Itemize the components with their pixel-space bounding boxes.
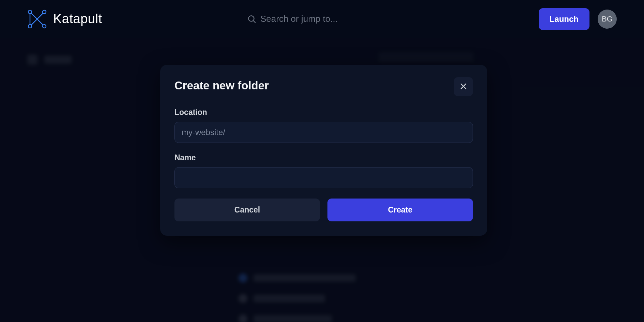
create-button[interactable]: Create <box>327 199 473 221</box>
brand-name: Katapult <box>53 12 102 26</box>
close-button[interactable] <box>454 77 473 96</box>
cancel-button[interactable]: Cancel <box>174 199 320 221</box>
header-actions: Launch BG <box>539 8 617 30</box>
global-search[interactable] <box>247 14 397 24</box>
name-field-group: Name <box>174 153 473 188</box>
name-input[interactable] <box>174 167 473 188</box>
logo-mark-icon <box>27 9 47 29</box>
create-folder-modal: Create new folder Location Name Cancel C… <box>160 65 487 236</box>
avatar[interactable]: BG <box>598 10 617 29</box>
search-icon <box>247 15 256 24</box>
location-field-group: Location <box>174 108 473 143</box>
location-label: Location <box>174 108 473 117</box>
launch-button[interactable]: Launch <box>539 8 589 30</box>
name-label: Name <box>174 153 473 162</box>
modal-title: Create new folder <box>174 79 269 92</box>
location-input <box>174 122 473 143</box>
app-header: Katapult Launch BG <box>0 0 644 38</box>
svg-line-8 <box>254 20 256 23</box>
brand-logo[interactable]: Katapult <box>27 9 102 29</box>
close-icon <box>459 82 467 91</box>
svg-point-7 <box>248 16 254 21</box>
modal-actions: Cancel Create <box>174 199 473 221</box>
search-input[interactable] <box>260 14 397 24</box>
